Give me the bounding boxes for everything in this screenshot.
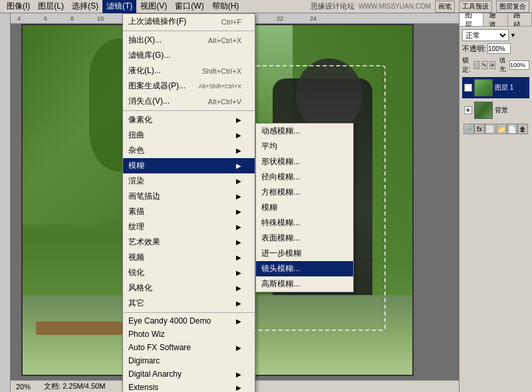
add-mask-btn[interactable]: ⬜ <box>485 124 495 134</box>
menu-image[interactable]: 图像(I) <box>3 0 34 13</box>
vertical-ruler <box>0 13 11 392</box>
menu-item-gallery[interactable]: 滤镜库(G)... <box>123 48 255 63</box>
menu-window[interactable]: 窗口(W) <box>171 0 207 13</box>
site-name: 思缘设计论坛 <box>311 1 354 11</box>
workspace: 4 6 8 10 12 14 16 18 20 22 24 <box>0 13 532 392</box>
separator-3 <box>123 312 255 313</box>
tab-layers[interactable]: 图层 <box>460 13 483 26</box>
tab-paths[interactable]: 路径 <box>508 13 532 26</box>
menu-item-distort[interactable]: 扭曲 ▶ <box>123 128 255 143</box>
blur-gaussian[interactable]: 高斯模糊... <box>256 276 353 292</box>
menu-item-extensis[interactable]: Extensis ▶ <box>123 381 255 392</box>
layer-eye-bg[interactable]: 👁 <box>464 106 472 114</box>
layer-comp-btn[interactable]: 图层复合 <box>496 1 529 13</box>
layer-name-bg: 背景 <box>495 106 527 115</box>
layer-eye-1[interactable]: 👁 <box>464 84 472 92</box>
blur-shape[interactable]: 形状模糊... <box>256 154 353 169</box>
menu-item-blur[interactable]: 模糊 ▶ <box>123 158 255 173</box>
menu-item-photowiz[interactable]: Photo Wiz <box>123 328 255 341</box>
blur-box[interactable]: 方框模糊... <box>256 185 353 200</box>
new-layer-btn[interactable]: 📄 <box>507 124 517 134</box>
zoom-level: 20% <box>16 383 31 391</box>
blur-simple[interactable]: 模糊 <box>256 200 353 215</box>
lock-icons: ▼ <box>510 32 516 39</box>
menu-item-last-filter[interactable]: 上次滤镜操作(F) Ctrl+F <box>123 14 255 29</box>
menu-item-extract[interactable]: 抽出(X)... Alt+Ctrl+X <box>123 33 255 48</box>
menu-item-render[interactable]: 渲染 ▶ <box>123 173 255 189</box>
blend-mode-row: 正常 ▼ <box>462 29 529 41</box>
canvas-area: 4 6 8 10 12 14 16 18 20 22 24 <box>11 13 459 392</box>
layer-item-1[interactable]: 👁 图层 1 <box>462 77 529 98</box>
blur-more[interactable]: 进一步模糊 <box>256 246 353 261</box>
menu-item-brush-stroke[interactable]: 画笔描边 ▶ <box>123 189 255 204</box>
menu-item-noise[interactable]: 杂色 ▶ <box>123 143 255 158</box>
menu-item-artistic[interactable]: 艺术效果 ▶ <box>123 235 255 250</box>
blur-surface[interactable]: 表面模糊... <box>256 231 353 246</box>
site-url: WWW.MISSYUAN.COM <box>358 3 431 10</box>
layer-thumb-1 <box>474 79 493 96</box>
menu-item-digital-anarchy[interactable]: Digital Anarchy ▶ <box>123 367 255 381</box>
menu-item-texture[interactable]: 纹理 ▶ <box>123 219 255 235</box>
filter-menu[interactable]: 上次滤镜操作(F) Ctrl+F 抽出(X)... Alt+Ctrl+X 滤镜库… <box>122 13 255 392</box>
menu-item-video[interactable]: 视频 ▶ <box>123 250 255 265</box>
blur-average[interactable]: 平均 <box>256 139 353 154</box>
menu-item-autofx[interactable]: Auto FX Software ▶ <box>123 341 255 354</box>
fill-label: 填充: <box>499 56 508 74</box>
delete-layer-btn[interactable]: 🗑 <box>517 124 528 134</box>
blur-radial[interactable]: 径向模糊... <box>256 169 353 185</box>
menu-item-vanishing[interactable]: 消失点(V)... Alt+Ctrl+V <box>123 94 255 109</box>
brush-tool-btn[interactable]: 画笔 <box>435 1 455 13</box>
blur-submenu[interactable]: 动感模糊... 平均 形状模糊... 径向模糊... 方框模糊... 模糊 <box>255 123 354 292</box>
right-panel: 图层 通道 路径 正常 ▼ 不透明: 锁定: ░ ✎ ✛ <box>459 13 532 392</box>
layer-item-bg[interactable]: 👁 背景 <box>462 100 529 121</box>
menu-help[interactable]: 帮助(H) <box>208 0 243 13</box>
menu-filter[interactable]: 滤镜(T) <box>102 0 136 13</box>
layer-actions: 🔗 fx ⬜ 📁 📄 🗑 <box>462 122 529 136</box>
separator-1 <box>123 31 255 31</box>
tab-channels[interactable]: 通道 <box>483 13 507 26</box>
lock-transparent-btn[interactable]: ░ <box>473 61 479 69</box>
menu-item-eyecandy[interactable]: Eye Candy 4000 Demo ▶ <box>123 314 255 328</box>
new-group-btn[interactable]: 📁 <box>496 124 507 134</box>
lock-move-btn[interactable]: ✛ <box>489 61 495 69</box>
opacity-input[interactable] <box>487 43 511 54</box>
menu-item-digimarc[interactable]: Digimarc <box>123 354 255 367</box>
lock-label: 锁定: <box>462 56 472 74</box>
menu-item-pixelate[interactable]: 像素化 ▶ <box>123 112 255 128</box>
menu-layer[interactable]: 图层(L) <box>34 0 68 13</box>
opacity-row: 不透明: <box>462 43 529 54</box>
fill-input[interactable] <box>509 60 529 70</box>
separator-2 <box>123 110 255 111</box>
tool-preset-btn[interactable]: 工具预设 <box>459 1 492 13</box>
menu-select[interactable]: 选择(S) <box>68 0 102 13</box>
menubar: 图像(I) 图层(L) 选择(S) 滤镜(T) 视图(V) 窗口(W) 帮助(H… <box>0 0 532 13</box>
blur-smart[interactable]: 特殊模糊... <box>256 215 353 231</box>
blur-lens[interactable]: 镜头模糊... <box>256 261 353 276</box>
lock-image-btn[interactable]: ✎ <box>481 61 487 69</box>
menu-item-liquefy[interactable]: 液化(L)... Shift+Ctrl+X <box>123 63 255 78</box>
add-style-btn[interactable]: fx <box>474 124 485 134</box>
layer-name-1: 图层 1 <box>495 83 527 92</box>
opacity-label: 不透明: <box>462 44 486 54</box>
blur-motion[interactable]: 动感模糊... <box>256 124 353 139</box>
link-layers-btn[interactable]: 🔗 <box>464 124 474 134</box>
menu-view[interactable]: 视图(V) <box>136 0 171 13</box>
doc-info: 文档: 2.25M/4.50M <box>44 381 105 391</box>
panel-header: 图层 通道 路径 <box>460 13 532 27</box>
layer-thumb-bg <box>474 102 493 119</box>
layers-panel: 正常 ▼ 不透明: 锁定: ░ ✎ ✛ 填充: 👁 <box>460 27 532 392</box>
menu-item-sharpen[interactable]: 锐化 ▶ <box>123 265 255 280</box>
lock-row: 锁定: ░ ✎ ✛ 填充: <box>462 56 529 74</box>
blend-mode-select[interactable]: 正常 <box>462 29 509 41</box>
menu-item-pattern[interactable]: 图案生成器(P)... Alt+Shift+Ctrl+X <box>123 78 255 94</box>
menu-item-sketch[interactable]: 素描 ▶ <box>123 204 255 219</box>
menu-item-stylize[interactable]: 风格化 ▶ <box>123 280 255 296</box>
menu-item-other[interactable]: 其它 ▶ <box>123 296 255 311</box>
